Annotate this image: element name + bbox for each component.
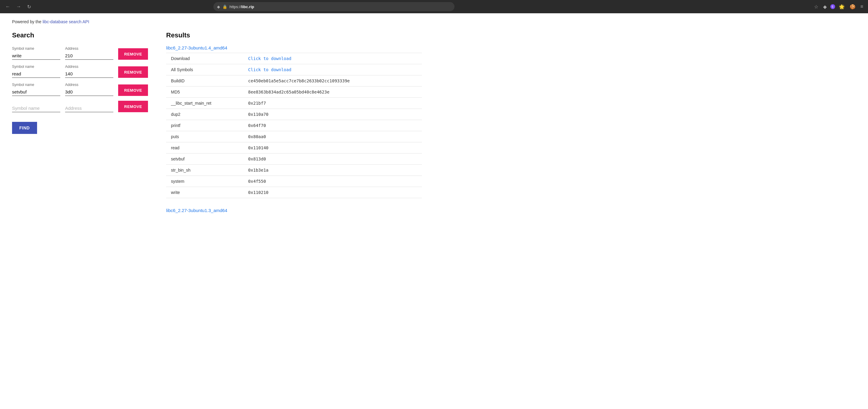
forward-button[interactable]: → — [14, 3, 23, 10]
results-title: Results — [166, 31, 422, 39]
main-layout: Search Symbol name Address REMOVE Symbol… — [12, 31, 422, 223]
back-button[interactable]: ← — [4, 3, 12, 10]
symbol-label-3: Symbol name — [12, 83, 60, 87]
table-row: dup2 0x110a70 — [166, 109, 422, 120]
search-row-4: REMOVE — [12, 101, 148, 112]
table-row: __libc_start_main_ret 0x21bf7 — [166, 98, 422, 109]
url-domain: libc — [241, 4, 248, 9]
search-title: Search — [12, 31, 148, 39]
table-key: read — [166, 142, 244, 153]
remove-button-3[interactable]: REMOVE — [118, 84, 148, 96]
address-input-3[interactable] — [65, 88, 113, 96]
results-section: Results libc6_2.27-3ubuntu1.4_amd64 Down… — [166, 31, 422, 223]
find-button[interactable]: FIND — [12, 122, 37, 134]
browser-chrome: ← → ↻ ◆ 🔒 https://libc.rip ☆ ◆ 6 🌟 🍪 ≡ — [0, 0, 868, 13]
address-input-1[interactable] — [65, 52, 113, 60]
table-row: Download Click to download — [166, 53, 422, 64]
address-input-4[interactable] — [65, 105, 113, 112]
table-value: 0x110210 — [244, 187, 422, 198]
table-key: Download — [166, 53, 244, 64]
table-key: MD5 — [166, 87, 244, 98]
result-group-title-1[interactable]: libc6_2.27-3ubuntu1.4_amd64 — [166, 45, 422, 50]
symbol-field-group-4 — [12, 103, 60, 112]
symbol-input-4[interactable] — [12, 105, 60, 112]
address-label-3: Address — [65, 83, 113, 87]
address-input-2[interactable] — [65, 70, 113, 78]
symbol-field-group-3: Symbol name — [12, 83, 60, 96]
table-row: setvbuf 0x813d0 — [166, 153, 422, 165]
table-value: 8ee8363b834ad2c65a05bd40c8e4623e — [244, 87, 422, 98]
remove-button-2[interactable]: REMOVE — [118, 66, 148, 78]
search-row-2: Symbol name Address REMOVE — [12, 64, 148, 78]
table-row: BuildID ce450eb01a5e5acc7ce7b8c2633b02cc… — [166, 76, 422, 87]
table-row: write 0x110210 — [166, 187, 422, 198]
refresh-button[interactable]: ↻ — [25, 3, 33, 11]
table-value: 0x813d0 — [244, 153, 422, 165]
table-row: str_bin_sh 0x1b3e1a — [166, 165, 422, 176]
address-field-group-4 — [65, 103, 113, 112]
search-row-3: Symbol name Address REMOVE — [12, 83, 148, 96]
symbol-field-group-2: Symbol name — [12, 64, 60, 78]
search-section: Search Symbol name Address REMOVE Symbol… — [12, 31, 148, 223]
table-key: __libc_start_main_ret — [166, 98, 244, 109]
table-key: str_bin_sh — [166, 165, 244, 176]
table-key: BuildID — [166, 76, 244, 87]
address-label-2: Address — [65, 64, 113, 69]
table-row: system 0x4f550 — [166, 176, 422, 187]
table-row: puts 0x80aa0 — [166, 131, 422, 142]
table-row: printf 0x64f70 — [166, 120, 422, 131]
table-value: ce450eb01a5e5acc7ce7b8c2633b02cc1093339e — [244, 76, 422, 87]
symbol-label-2: Symbol name — [12, 64, 60, 69]
url-suffix: .rip — [248, 4, 254, 9]
table-key: dup2 — [166, 109, 244, 120]
table-key: setvbuf — [166, 153, 244, 165]
table-value: 0x110140 — [244, 142, 422, 153]
table-row: MD5 8ee8363b834ad2c65a05bd40c8e4623e — [166, 87, 422, 98]
table-key: printf — [166, 120, 244, 131]
table-key: All Symbols — [166, 64, 244, 76]
table-key: puts — [166, 131, 244, 142]
symbol-input-2[interactable] — [12, 70, 60, 78]
symbol-input-1[interactable] — [12, 52, 60, 60]
table-value[interactable]: Click to download — [244, 53, 422, 64]
table-value: 0x1b3e1a — [244, 165, 422, 176]
lock-icon: 🔒 — [222, 4, 227, 9]
remove-button-4[interactable]: REMOVE — [118, 101, 148, 112]
avatar-button[interactable]: 🌟 — [838, 3, 846, 11]
powered-by-text: Powered by the libc-database search API — [12, 19, 422, 24]
table-value: 0x21bf7 — [244, 98, 422, 109]
menu-button[interactable]: ≡ — [859, 3, 864, 10]
table-value[interactable]: Click to download — [244, 64, 422, 76]
symbol-label-1: Symbol name — [12, 47, 60, 51]
table-row: read 0x110140 — [166, 142, 422, 153]
table-value: 0x64f70 — [244, 120, 422, 131]
result-group-1: libc6_2.27-3ubuntu1.4_amd64 Download Cli… — [166, 45, 422, 198]
address-field-group-2: Address — [65, 64, 113, 78]
address-field-group-1: Address — [65, 47, 113, 60]
bookmark-button[interactable]: ☆ — [813, 3, 819, 11]
address-field-group-3: Address — [65, 83, 113, 96]
browser-toolbar: ☆ ◆ 6 🌟 🍪 ≡ — [813, 3, 864, 11]
result-group-2: libc6_2.27-3ubuntu1.3_amd64 — [166, 208, 422, 213]
search-row-1: Symbol name Address REMOVE — [12, 47, 148, 60]
extension-badge[interactable]: 6 — [830, 4, 835, 9]
table-value: 0x4f550 — [244, 176, 422, 187]
url-text: https://libc.rip — [230, 4, 254, 9]
remove-button-1[interactable]: REMOVE — [118, 48, 148, 60]
address-label-1: Address — [65, 47, 113, 51]
result-table-1: Download Click to download All Symbols C… — [166, 53, 422, 198]
table-key: system — [166, 176, 244, 187]
table-value: 0x110a70 — [244, 109, 422, 120]
address-bar[interactable]: ◆ 🔒 https://libc.rip — [213, 2, 455, 11]
page-content: Powered by the libc-database search API … — [0, 13, 434, 229]
table-row: All Symbols Click to download — [166, 64, 422, 76]
result-group-title-2[interactable]: libc6_2.27-3ubuntu1.3_amd64 — [166, 208, 422, 213]
symbol-field-group-1: Symbol name — [12, 47, 60, 60]
table-key: write — [166, 187, 244, 198]
api-link[interactable]: libc-database search API — [42, 19, 89, 24]
shield-icon: ◆ — [217, 4, 220, 9]
symbol-input-3[interactable] — [12, 88, 60, 96]
shield-button[interactable]: ◆ — [822, 3, 828, 11]
table-value: 0x80aa0 — [244, 131, 422, 142]
cookie-button[interactable]: 🍪 — [848, 3, 857, 11]
